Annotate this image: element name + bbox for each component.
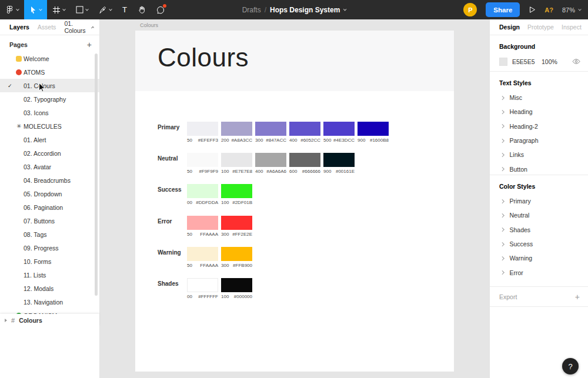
page-item-13-navigation[interactable]: 13. Navigation <box>0 295 99 309</box>
page-item-01-alert[interactable]: 01. Alert <box>0 133 99 146</box>
chevron-right-icon <box>500 153 504 156</box>
page-item-05-dropdown[interactable]: 05. Dropdown <box>0 187 99 200</box>
layer-row-colours[interactable]: # Colours <box>0 314 99 326</box>
color-swatch[interactable] <box>221 247 252 261</box>
tab-assets[interactable]: Assets <box>38 24 56 31</box>
text-style-paragraph[interactable]: Paragraph <box>490 133 588 148</box>
export-section[interactable]: Export + <box>490 287 588 307</box>
color-swatch[interactable] <box>187 247 218 261</box>
page-item-atoms[interactable]: ATOMS <box>0 65 99 79</box>
hand-tool-button[interactable] <box>132 0 151 19</box>
color-swatch[interactable] <box>289 153 320 167</box>
help-button[interactable]: ? <box>562 358 579 374</box>
color-style-primary[interactable]: Primary <box>490 194 588 208</box>
swatch-hex: #000000 <box>234 294 252 299</box>
canvas[interactable]: Colours Colours Primary50#EFEFF3200#A8A3… <box>100 19 489 378</box>
color-swatch[interactable] <box>289 122 320 136</box>
text-style-misc[interactable]: Misc <box>490 91 588 105</box>
page-item-welcome[interactable]: Welcome <box>0 52 99 65</box>
color-swatch[interactable] <box>187 184 218 198</box>
swatch-step: 100 <box>221 200 229 205</box>
page-item-03-avatar[interactable]: 03. Avatar <box>0 160 99 173</box>
move-tool-button[interactable] <box>24 0 47 19</box>
avatar[interactable]: P <box>463 3 477 16</box>
color-swatch[interactable] <box>323 153 355 167</box>
page-item-molecules[interactable]: ✳MOLECULES <box>0 119 99 133</box>
swatch-group: 00#FFFFFF100#000000 <box>187 278 252 299</box>
color-style-shades[interactable]: Shades <box>490 223 588 237</box>
background-color-row[interactable]: E5E5E5 100% <box>499 57 580 66</box>
page-item-02-typography[interactable]: 02. Typography <box>0 92 99 106</box>
tab-layers[interactable]: Layers <box>9 24 29 31</box>
comment-tool-button[interactable] <box>151 0 170 19</box>
page-item-01-colours[interactable]: ✓01. Colours <box>0 79 99 92</box>
color-swatch[interactable] <box>187 216 218 230</box>
tab-design[interactable]: Design <box>499 24 520 31</box>
color-swatch[interactable] <box>221 122 252 136</box>
disclosure-triangle-icon[interactable] <box>5 319 7 322</box>
color-swatch[interactable] <box>255 153 286 167</box>
swatch-cell: 200#A8A3CC <box>221 122 252 143</box>
swatch-step: 00 <box>187 200 192 205</box>
color-swatch[interactable] <box>255 122 286 136</box>
visibility-toggle[interactable] <box>572 58 580 65</box>
color-swatch[interactable] <box>221 184 252 198</box>
page-item-04-breadcrumbs[interactable]: 04. Breadcrumbs <box>0 173 99 187</box>
share-button[interactable]: Share <box>486 2 520 17</box>
frame-name-label[interactable]: Colours <box>140 22 158 28</box>
present-button[interactable] <box>529 0 536 19</box>
current-page-indicator[interactable]: 01. Colours <box>64 20 93 34</box>
pen-tool-button[interactable] <box>93 0 117 19</box>
page-item-12-modals[interactable]: 12. Modals <box>0 282 99 295</box>
chevron-right-icon <box>500 270 504 274</box>
color-style-neutral[interactable]: Neutral <box>490 208 588 222</box>
page-item-label: 08. Tags <box>24 231 47 238</box>
beta-flag-label[interactable]: A? <box>544 6 553 14</box>
color-swatch[interactable] <box>221 153 252 167</box>
frame-tool-button[interactable] <box>47 0 71 19</box>
text-style-links[interactable]: Links <box>490 148 588 162</box>
text-tool-button[interactable]: T <box>117 0 132 19</box>
color-swatch[interactable] <box>323 122 355 136</box>
pages-header-label: Pages <box>9 41 28 48</box>
page-item-07-buttons[interactable]: 07. Buttons <box>0 214 99 228</box>
color-swatch[interactable] <box>221 278 252 292</box>
page-item-11-lists[interactable]: 11. Lists <box>0 268 99 282</box>
pages-scrollbar[interactable] <box>95 53 98 296</box>
tab-inspect[interactable]: Inspect <box>562 24 582 31</box>
page-item-02-accordion[interactable]: 02. Accordion <box>0 146 99 160</box>
color-swatch[interactable] <box>358 122 389 136</box>
shape-tool-button[interactable] <box>71 0 93 19</box>
add-export-button[interactable]: + <box>575 293 580 301</box>
breadcrumb-file-name[interactable]: Hops Design System <box>270 6 340 14</box>
background-hex-value[interactable]: E5E5E5 <box>512 58 542 65</box>
page-item-label: 11. Lists <box>24 272 46 279</box>
chevron-down-icon[interactable] <box>343 7 347 11</box>
page-item-10-forms[interactable]: 10. Forms <box>0 255 99 268</box>
tab-prototype[interactable]: Prototype <box>527 24 554 31</box>
breadcrumb-project[interactable]: Drafts <box>242 6 261 14</box>
page-item-03-icons[interactable]: 03. Icons <box>0 106 99 119</box>
background-opacity[interactable]: 100% <box>542 58 557 65</box>
color-swatch[interactable] <box>187 122 218 136</box>
swatch-label: 900#1600B8 <box>358 138 389 143</box>
color-swatch[interactable] <box>187 278 218 292</box>
color-style-success[interactable]: Success <box>490 237 588 251</box>
text-style-heading[interactable]: Heading <box>490 105 588 119</box>
color-swatch[interactable] <box>187 153 218 167</box>
color-style-error[interactable]: Error <box>490 265 588 279</box>
page-item-06-pagination[interactable]: 06. Pagination <box>0 200 99 214</box>
text-style-heading-2[interactable]: Heading-2 <box>490 119 588 133</box>
color-swatch[interactable] <box>221 216 252 230</box>
colours-frame[interactable]: Colours Primary50#EFEFF3200#A8A3CC300#84… <box>135 31 454 372</box>
page-item-organism[interactable]: ORGANISM <box>0 309 99 314</box>
color-style-warning[interactable]: Warning <box>490 251 588 265</box>
page-item-08-tags[interactable]: 08. Tags <box>0 228 99 241</box>
zoom-control[interactable]: 87% <box>562 6 581 14</box>
add-page-button[interactable]: + <box>87 41 92 49</box>
chevron-right-icon <box>500 199 504 203</box>
main-menu-button[interactable] <box>0 0 24 19</box>
text-style-button[interactable]: Button <box>490 162 588 176</box>
background-color-swatch[interactable] <box>499 58 507 66</box>
page-item-09-progress[interactable]: 09. Progress <box>0 241 99 255</box>
